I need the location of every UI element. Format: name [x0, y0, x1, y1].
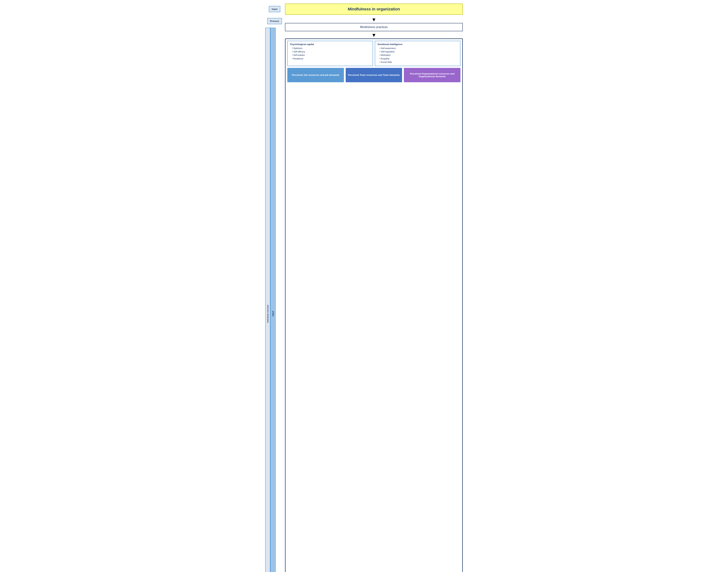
- emotional-intelligence-box: Emotional intelligence Self-awareness Se…: [375, 41, 460, 66]
- resource-team: Perceived Team resources and Team demand…: [346, 68, 402, 82]
- psych-item-2: Self-efficacy: [292, 50, 370, 54]
- resource-job: Perceived Job resources and job demands: [287, 68, 344, 82]
- psych-item-3: Self-esteem: [292, 54, 370, 57]
- psych-item-1: Optimism: [292, 47, 370, 50]
- psych-item-4: Resilience: [292, 57, 370, 61]
- ei-item-4: Empathy: [379, 57, 457, 61]
- sidebar: Input Process Individual outcome Input: [265, 4, 285, 572]
- emotional-intelligence-list: Self-awareness Self-regulation Motivatio…: [378, 47, 457, 64]
- top-row: Psychological capital Optimism Self-effi…: [287, 41, 460, 66]
- psych-capital-list: Optimism Self-efficacy Self-esteem Resil…: [290, 47, 370, 61]
- process-label-top: Process: [267, 18, 282, 24]
- emotional-intelligence-title: Emotional intelligence: [378, 43, 457, 46]
- individual-outcome-label: Individual outcome: [265, 28, 270, 572]
- input-label-top: Input: [269, 6, 280, 12]
- ei-item-1: Self-awareness: [379, 47, 457, 50]
- psych-capital-box: Psychological capital Optimism Self-effi…: [287, 41, 373, 66]
- ei-item-3: Motivation: [379, 54, 457, 57]
- main-content: Mindfulness in organization ▼ Mindfulnes…: [285, 4, 463, 572]
- practices-box: Mindfulness practices: [285, 23, 463, 31]
- resource-org: Perceived Organizational resources and O…: [404, 68, 460, 82]
- resources-row: Perceived Job resources and job demands …: [287, 68, 460, 82]
- ei-item-5: Social skills: [379, 61, 457, 64]
- main-title: Mindfulness in organization: [285, 4, 463, 15]
- individual-content: Psychological capital Optimism Self-effi…: [285, 39, 463, 572]
- psych-capital-title: Psychological capital: [290, 43, 370, 46]
- ei-item-2: Self-regulation: [379, 50, 457, 54]
- arrow-2: ▼: [285, 33, 463, 38]
- arrow-1: ▼: [285, 17, 463, 22]
- input-vertical-label: Input: [270, 28, 276, 572]
